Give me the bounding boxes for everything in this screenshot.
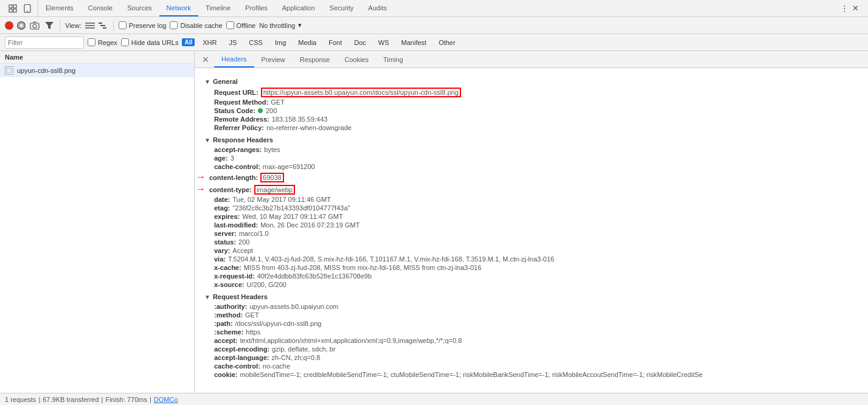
x-source-value: U/200, G/200 [247,281,286,288]
request-headers-section-header[interactable]: ▼ Request Headers [204,293,858,300]
requests-count: 1 requests [5,396,36,403]
sub-tab-cookies[interactable]: Cookies [337,51,376,68]
list-item[interactable]: upyun-cdn-ssl8.png [0,64,194,77]
camera-icon[interactable] [29,20,40,31]
filter-input[interactable] [5,36,84,49]
response-header-row: via: T.5204.M.1, V.403-zj-fud-208, S.mix… [204,255,858,263]
detail-panel: ✕ Headers Preview Response Cookies Timin… [195,51,868,405]
status-code-row: Status Code: 200 [204,107,858,114]
regex-checkbox[interactable] [88,38,95,46]
preserve-log-checkbox[interactable] [119,21,127,29]
close-detail-button[interactable]: ✕ [197,51,214,68]
record-button[interactable] [5,21,13,30]
tab-sources[interactable]: Sources [120,0,159,16]
file-list-header: Name [0,51,194,64]
filter-media[interactable]: Media [294,38,321,47]
tab-console[interactable]: Console [81,0,120,16]
authority-key: :authority: [214,303,247,310]
status-dot-icon [258,108,263,113]
tab-audits[interactable]: Audits [361,0,394,16]
accept-language-key: accept-language: [214,354,269,361]
sub-tab-headers[interactable]: Headers [214,51,254,68]
view-list-icon[interactable] [85,22,95,29]
cookie-value: mobileSendTime=-1; credibleMobileSendTim… [240,371,703,378]
content-type-value: image/webp [254,185,295,195]
sub-tab-preview[interactable]: Preview [254,51,293,68]
throttle-dropdown[interactable]: No throttling ▾ [259,21,302,29]
response-header-row: x-request-id: 40f2e4ddbb83fc63b528e1c136… [204,272,858,280]
stop-button[interactable] [17,21,26,30]
disable-cache-label[interactable]: Disable cache [170,21,222,29]
x-request-id-value: 40f2e4ddbb83fc63b528e1c136708e9b [257,272,372,280]
regex-filter-label[interactable]: Regex [88,38,117,46]
accept-ranges-value: bytes [264,146,280,153]
cache-control-request-key: cache-control: [214,362,260,370]
red-arrow-content-type: → [196,184,206,195]
filter-js[interactable]: JS [224,38,241,47]
hide-data-urls-label[interactable]: Hide data URLs [121,38,179,46]
inspect-icon[interactable] [7,3,18,14]
tab-profiles[interactable]: Profiles [238,0,275,16]
remote-address-value: 183.158.35.59:443 [272,116,328,123]
accept-language-value: zh-CN, zh;q=0.8 [271,354,320,361]
response-header-row: cache-control: max-age=691200 [204,163,858,170]
sub-tab-response[interactable]: Response [293,51,338,68]
filter-xhr[interactable]: XHR [198,38,221,47]
general-section-header[interactable]: ▼ General [204,78,858,85]
request-header-row: :path: /docs/ssl/upyun-cdn-ssl8.png [204,320,858,327]
hide-data-urls-checkbox[interactable] [121,38,129,46]
top-tab-bar: Elements Console Sources Network Timelin… [0,0,868,17]
filter-doc[interactable]: Doc [350,38,370,47]
finish-time: Finish: 770ms [105,396,147,403]
tab-security[interactable]: Security [322,0,361,16]
close-devtools-icon[interactable]: ✕ [850,3,861,14]
scheme-key: :scheme: [214,328,243,336]
response-header-row: age: 3 [204,154,858,162]
response-headers-section-header[interactable]: ▼ Response Headers [204,136,858,144]
filter-other[interactable]: Other [434,38,460,47]
red-arrow-content-length: → [196,171,206,182]
request-header-row: accept-language: zh-CN, zh;q=0.8 [204,354,858,361]
filter-ws[interactable]: WS [374,38,394,47]
filter-icon[interactable] [44,20,55,31]
request-method-value: GET [271,99,285,106]
request-header-row: :scheme: https [204,328,858,336]
response-header-row: etag: "236f2c8c3b27b143393df0104777f43a" [204,204,858,212]
filter-css[interactable]: CSS [245,38,267,47]
view-label: View: [65,22,82,29]
request-url-row: Request URL: https://upyun-assets.b0.upa… [204,88,858,97]
dom-content-loaded-link[interactable]: DOMCo [154,396,178,403]
response-header-row: status: 200 [204,238,858,246]
preserve-log-label[interactable]: Preserve log [119,21,167,29]
svg-point-8 [33,24,36,28]
offline-checkbox[interactable] [226,21,234,29]
disable-cache-checkbox[interactable] [170,21,178,29]
x-source-key: x-source: [214,281,245,288]
response-header-row: x-cache: MISS from 403-zj-fud-208, MISS … [204,264,858,271]
offline-label[interactable]: Offline [226,21,256,29]
filter-font[interactable]: Font [324,38,346,47]
general-arrow-icon: ▼ [204,78,210,85]
filter-manifest[interactable]: Manifest [397,38,431,47]
request-header-row: cookie: mobileSendTime=-1; credibleMobil… [204,371,858,378]
scheme-value: https [246,328,260,336]
all-filter-badge[interactable]: All [182,38,195,46]
request-header-row: accept-encoding: gzip, deflate, sdch, br [204,345,858,353]
filter-img[interactable]: Img [271,38,290,47]
toolbar-separator-1 [60,20,60,31]
tab-application[interactable]: Application [275,0,322,16]
svg-point-6 [19,23,24,27]
mobile-icon[interactable] [22,3,33,14]
age-value: 3 [231,154,234,162]
tab-network[interactable]: Network [159,0,198,16]
sub-tab-timing[interactable]: Timing [376,51,411,68]
separator-2: | [102,396,103,403]
path-key: :path: [214,320,233,327]
main-area: Name upyun-cdn-ssl8.png ✕ Headers Previe… [0,51,868,405]
tab-timeline[interactable]: Timeline [198,0,238,16]
view-waterfall-icon[interactable] [99,22,108,29]
tab-elements[interactable]: Elements [38,0,81,16]
remote-address-row: Remote Address: 183.158.35.59:443 [204,116,858,123]
status-bar: 1 requests | 67.9KB transferred | Finish… [0,393,868,405]
more-options-icon[interactable]: ⋮ [839,3,850,14]
